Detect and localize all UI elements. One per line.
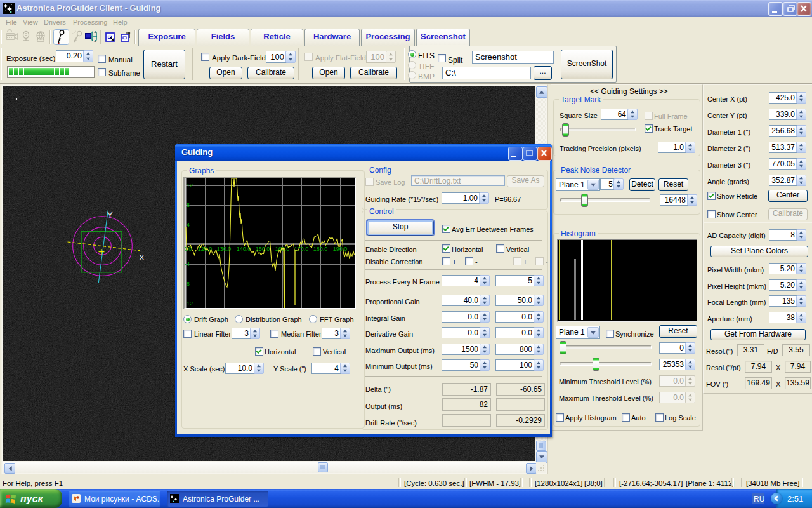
svg-text:Astronica ProGuider ...: Astronica ProGuider ... xyxy=(183,495,259,504)
svg-text:130.0: 130.0 xyxy=(217,246,232,252)
svg-text:190.0: 190.0 xyxy=(333,246,348,252)
svg-text:-8: -8 xyxy=(185,281,190,287)
svg-text:пуск: пуск xyxy=(20,493,44,504)
svg-text:8: 8 xyxy=(187,202,190,208)
svg-text:Мои рисунки - ACDS...: Мои рисунки - ACDS... xyxy=(84,495,160,504)
svg-text:12: 12 xyxy=(187,182,193,189)
svg-text:180.0: 180.0 xyxy=(313,246,328,252)
svg-text:Y: Y xyxy=(107,210,113,220)
svg-text:160.0: 160.0 xyxy=(275,246,290,252)
svg-text:170.0: 170.0 xyxy=(294,246,309,252)
svg-text:-4: -4 xyxy=(185,261,190,267)
svg-text:-12: -12 xyxy=(185,300,193,307)
svg-text:4: 4 xyxy=(187,222,190,228)
svg-text:X: X xyxy=(139,253,145,262)
